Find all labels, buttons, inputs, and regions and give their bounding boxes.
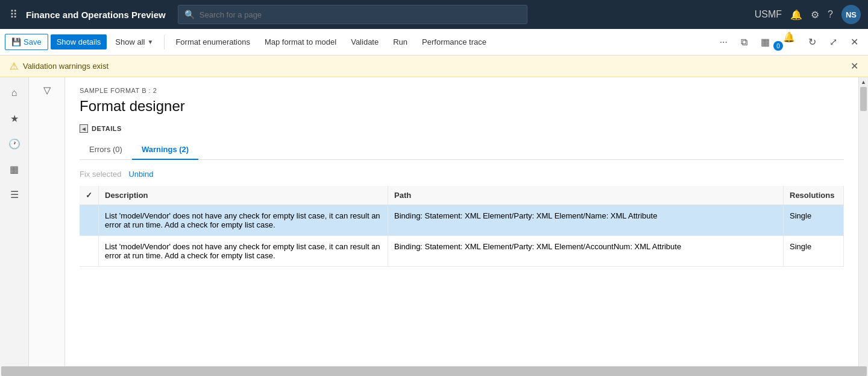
right-scrollbar: ▲ ▼ [858, 77, 868, 376]
row-check-2[interactable] [80, 236, 99, 267]
puzzle-icon-button[interactable]: ⧉ [736, 34, 752, 51]
fix-selected-button: Fix selected [80, 170, 121, 179]
sidebar-item-home[interactable]: ⌂ [4, 82, 25, 104]
main-layout: ⌂ ★ 🕐 ▦ ☰ ▽ SAMPLE FORMAT B : 2 Format d… [0, 77, 868, 376]
warnings-table: ✓ Description Path Resolutions List 'mod… [80, 186, 844, 267]
tab-warnings[interactable]: Warnings (2) [132, 140, 198, 160]
help-icon[interactable]: ? [828, 9, 833, 20]
warning-message: Validation warnings exist [23, 62, 108, 71]
toolbar-right: ··· ⧉ ▦ 🔔 0 ↻ ⤢ ✕ [715, 28, 863, 56]
open-new-window-button[interactable]: ⤢ [825, 33, 842, 51]
details-toggle-icon[interactable]: ◄ [80, 124, 88, 133]
scroll-thumb-top[interactable] [860, 87, 867, 111]
sidebar-item-workspaces[interactable]: ▦ [4, 158, 25, 180]
sidebar-item-favorites[interactable]: ★ [4, 107, 25, 129]
page-title: Format designer [80, 98, 844, 115]
row-path-1: Binding: Statement: XML Element/Party: X… [388, 205, 784, 236]
run-button[interactable]: Run [387, 34, 414, 49]
show-all-button[interactable]: Show all ▼ [109, 34, 159, 49]
search-icon: 🔍 [184, 10, 195, 19]
details-label: DETAILS [92, 125, 122, 132]
format-enumerations-button[interactable]: Format enumerations [169, 34, 256, 49]
row-resolutions-2: Single [784, 236, 844, 267]
breadcrumb: SAMPLE FORMAT B : 2 [80, 87, 844, 94]
more-options-button[interactable]: ··· [715, 34, 732, 51]
refresh-button[interactable]: ↻ [804, 33, 821, 51]
row-description-2: List 'model/Vendor' does not have any ch… [99, 236, 388, 267]
avatar[interactable]: NS [841, 5, 861, 24]
row-description-1: List 'model/Vendor' does not have any ch… [99, 205, 388, 236]
row-resolutions-1: Single [784, 205, 844, 236]
actions-row: Fix selected Unbind [80, 170, 844, 179]
warning-close-button[interactable]: ✕ [851, 60, 858, 72]
notification-icon[interactable]: 🔔 [790, 9, 802, 21]
filter-icon[interactable]: ▽ [43, 84, 51, 96]
scroll-thumb-bottom[interactable] [1, 366, 867, 376]
settings-icon[interactable]: ⚙ [811, 9, 819, 21]
search-input[interactable] [200, 10, 521, 19]
scroll-track [859, 87, 868, 366]
row-path-2: Binding: Statement: XML Element/Party: X… [388, 236, 784, 267]
toolbar: 💾 Save Show details Show all ▼ Format en… [0, 29, 868, 56]
col-header-resolutions: Resolutions [784, 186, 844, 205]
company-label: USMF [755, 9, 782, 20]
notification-count-badge: 0 [773, 41, 783, 51]
top-nav: ⠿ Finance and Operations Preview 🔍 USMF … [0, 0, 868, 29]
content-area: SAMPLE FORMAT B : 2 Format designer ◄ DE… [65, 77, 858, 376]
col-header-check: ✓ [80, 186, 99, 205]
save-icon: 💾 [11, 37, 21, 46]
row-check-1[interactable] [80, 205, 99, 236]
details-section: ◄ DETAILS Errors (0) Warnings (2) Fix se… [80, 124, 844, 267]
performance-trace-button[interactable]: Performance trace [416, 34, 492, 49]
toolbar-separator-1 [164, 35, 165, 49]
column-icon-button[interactable]: ▦ [756, 33, 775, 51]
show-all-dropdown-icon: ▼ [148, 39, 154, 45]
details-header[interactable]: ◄ DETAILS [80, 124, 844, 133]
col-header-path: Path [388, 186, 784, 205]
close-button[interactable]: ✕ [846, 33, 863, 51]
search-box[interactable]: 🔍 [178, 5, 527, 24]
checkmark-icon: ✓ [86, 191, 92, 200]
validate-button[interactable]: Validate [345, 34, 385, 49]
map-format-button[interactable]: Map format to model [259, 34, 342, 49]
col-header-description: Description [99, 186, 388, 205]
table-header-row: ✓ Description Path Resolutions [80, 186, 844, 205]
filter-panel: ▽ [29, 77, 65, 376]
scroll-up-arrow[interactable]: ▲ [859, 77, 869, 87]
show-details-button[interactable]: Show details [51, 34, 107, 49]
unbind-button[interactable]: Unbind [128, 170, 153, 179]
top-nav-right: USMF 🔔 ⚙ ? NS [755, 5, 861, 24]
sidebar-item-recent[interactable]: 🕐 [4, 133, 25, 155]
tab-errors[interactable]: Errors (0) [80, 140, 132, 160]
table-row[interactable]: List 'model/Vendor' does not have any ch… [80, 205, 844, 236]
table-row[interactable]: List 'model/Vendor' does not have any ch… [80, 236, 844, 267]
app-title: Finance and Operations Preview [26, 10, 166, 20]
save-button[interactable]: 💾 Save [5, 34, 48, 50]
warning-bar: ⚠ Validation warnings exist ✕ [0, 56, 868, 77]
left-sidebar: ⌂ ★ 🕐 ▦ ☰ [0, 77, 29, 376]
grid-icon[interactable]: ⠿ [7, 5, 20, 24]
sidebar-item-list[interactable]: ☰ [4, 183, 25, 205]
notification-badge-container: 🔔 0 [778, 28, 800, 56]
warning-triangle-icon: ⚠ [10, 60, 18, 72]
tabs-container: Errors (0) Warnings (2) [80, 140, 844, 160]
